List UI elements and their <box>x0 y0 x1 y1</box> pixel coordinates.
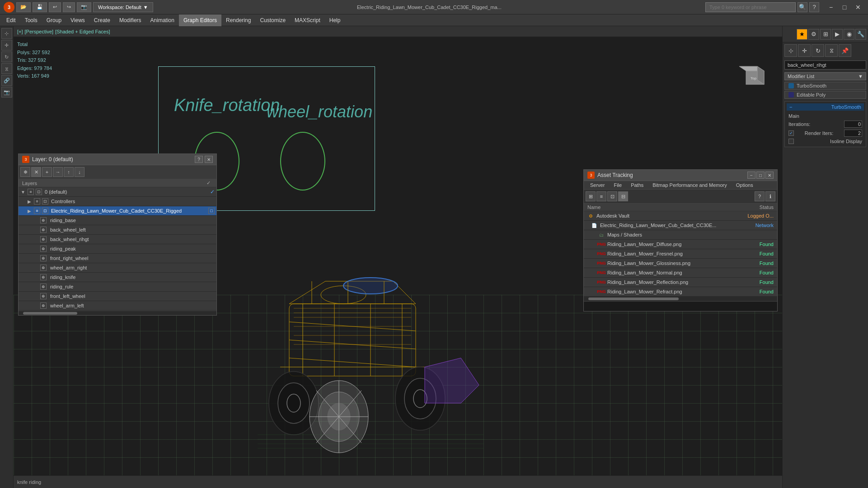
motion-icon[interactable]: ▶ <box>832 29 843 40</box>
asset-row-vault[interactable]: ⚙ Autodesk Vault Logged O... <box>584 211 777 221</box>
render-icon-electric[interactable]: ⊡ <box>42 208 48 214</box>
asset-help-btn[interactable]: ? <box>755 191 765 201</box>
question-icon[interactable]: ? <box>809 2 819 12</box>
layer-row-front-right-wheel[interactable]: ⊕ front_right_wheel <box>19 254 216 263</box>
vis-icon-rr[interactable]: ⊕ <box>40 284 47 290</box>
hierarchy-icon[interactable]: ⊞ <box>820 29 831 40</box>
layer-row-back-wheel-left[interactable]: ⊕ back_wheel_left <box>19 225 216 235</box>
layer-tool-delete[interactable]: ✕ <box>31 167 41 177</box>
menu-graph-editors[interactable]: Graph Editors <box>179 14 221 26</box>
layer-row-riding-knife[interactable]: ⊕ riding_knife <box>19 273 216 282</box>
layer-tool-freeze[interactable]: ❄ <box>20 167 30 177</box>
vis-icon-rp[interactable]: ⊕ <box>40 246 47 252</box>
asset-menu-paths[interactable]: Paths <box>626 181 648 189</box>
menu-edit[interactable]: Edit <box>2 14 20 26</box>
render-iters-checkbox[interactable] <box>788 130 794 136</box>
perspective-cube[interactable]: Top <box>737 64 773 91</box>
modify-icon[interactable]: ⚙ <box>808 29 819 40</box>
layer-row-riding-peak[interactable]: ⊕ riding_peak <box>19 244 216 254</box>
close-button[interactable]: ✕ <box>852 2 864 12</box>
object-name-input[interactable] <box>784 60 866 70</box>
maximize-button[interactable]: □ <box>838 2 851 12</box>
asset-scroll-thumb[interactable] <box>588 297 679 300</box>
rp-pin-tool[interactable]: 📌 <box>839 44 851 57</box>
layer-tool-add[interactable]: + <box>42 167 52 177</box>
vis-icon-0[interactable]: ≡ <box>28 189 34 195</box>
editablepoly-modifier[interactable]: Editable Poly <box>784 91 866 99</box>
vis-icon-war[interactable]: ⊕ <box>40 265 47 271</box>
vis-icon-bwl[interactable]: ⊕ <box>40 227 47 233</box>
workspace-dropdown[interactable]: Workspace: Default ▼ <box>93 2 153 12</box>
asset-scrollbar[interactable] <box>584 297 777 301</box>
menu-customize[interactable]: Customize <box>255 14 290 26</box>
asset-close-btn[interactable]: ✕ <box>765 172 774 179</box>
rotate-tool[interactable]: ↻ <box>1 51 12 62</box>
asset-row-diffuse[interactable]: PNG Riding_Lawn_Mower_Diffuse.png Found <box>584 240 777 249</box>
asset-tool-2[interactable]: ≡ <box>596 191 606 201</box>
menu-rendering[interactable]: Rendering <box>221 14 255 26</box>
layer-scroll-thumb[interactable] <box>23 312 77 315</box>
layer-row-0[interactable]: ▼ ≡ ⊡ 0 (default) ✓ <box>19 187 216 197</box>
layer-tool-move[interactable]: → <box>53 167 63 177</box>
search-icon[interactable]: 🔍 <box>798 2 807 12</box>
link-tool[interactable]: 🔗 <box>1 75 12 86</box>
asset-row-electric-file[interactable]: 📄 Electric_Riding_Lawn_Mower_Cub_Cadet_C… <box>584 221 777 230</box>
layer-help-btn[interactable]: ? <box>195 156 203 163</box>
render-icon-controllers[interactable]: ⊡ <box>42 198 48 204</box>
menu-tools[interactable]: Tools <box>20 14 42 26</box>
asset-row-maps-shaders[interactable]: 🗂 Maps / Shaders <box>584 230 777 240</box>
asset-maximize-btn[interactable]: □ <box>756 172 765 179</box>
layer-row-riding-base[interactable]: ⊕ riding_base <box>19 216 216 225</box>
render-icon-0[interactable]: ⊡ <box>36 189 42 195</box>
layer-tool-down[interactable]: ↓ <box>75 167 84 177</box>
layer-scrollbar[interactable] <box>19 311 216 315</box>
menu-animation[interactable]: Animation <box>146 14 179 26</box>
menu-group[interactable]: Group <box>42 14 66 26</box>
menu-help[interactable]: Help <box>325 14 345 26</box>
vis-icon-electric[interactable]: ≡ <box>34 208 40 214</box>
asset-menu-bitmap[interactable]: Bitmap Performance and Memory <box>648 181 731 189</box>
minimize-button[interactable]: − <box>825 2 837 12</box>
menu-maxscript[interactable]: MAXScript <box>290 14 325 26</box>
select-tool[interactable]: ⊹ <box>1 28 12 39</box>
create-icon[interactable]: ★ <box>797 29 807 40</box>
layer-row-front-left-wheel[interactable]: ⊕ front_left_wheel <box>19 292 216 301</box>
iterations-input[interactable] <box>844 121 862 128</box>
render-iters-input[interactable] <box>844 130 862 137</box>
asset-tool-4[interactable]: ⊟ <box>618 191 628 201</box>
vis-icon-riding-base[interactable]: ⊕ <box>40 217 47 223</box>
layer-close-btn[interactable]: ✕ <box>205 156 213 163</box>
vis-icon-wal[interactable]: ⊕ <box>40 302 47 309</box>
layer-row-wheel-arm-left[interactable]: ⊕ wheel_arm_left <box>19 301 216 311</box>
move-tool[interactable]: ✛ <box>1 40 12 51</box>
titlebar-open-btn[interactable]: 📂 <box>16 2 31 12</box>
asset-row-normal[interactable]: PNG Riding_Lawn_Mower_Normal.png Found <box>584 268 777 278</box>
modifier-list-dropdown[interactable]: Modifier List ▼ <box>784 72 866 80</box>
lock-icon-electric[interactable]: □ <box>208 208 215 214</box>
display-icon[interactable]: ◉ <box>844 29 854 40</box>
layer-tool-up[interactable]: ↑ <box>64 167 74 177</box>
viewport-view-label[interactable]: [Perspective] <box>25 29 54 34</box>
asset-info-btn[interactable]: ℹ <box>765 191 775 201</box>
rp-scale-tool[interactable]: ⧖ <box>825 44 838 57</box>
search-input[interactable] <box>705 2 796 12</box>
vis-icon-controllers[interactable]: ≡ <box>34 198 40 204</box>
asset-tool-1[interactable]: ⊞ <box>586 191 596 201</box>
titlebar-undo-btn[interactable]: ↩ <box>49 2 61 12</box>
asset-menu-options[interactable]: Options <box>732 181 758 189</box>
vis-icon-flw[interactable]: ⊕ <box>40 293 47 299</box>
layer-row-riding-rule[interactable]: ⊕ riding_rule <box>19 282 216 292</box>
asset-row-refract[interactable]: PNG Riding_Lawn_Mower_Refract.png Found <box>584 287 777 297</box>
asset-minimize-btn[interactable]: − <box>747 172 755 179</box>
layer-row-back-wheel-right[interactable]: ⊕ back_wheel_rihgt <box>19 235 216 244</box>
turbosmooth-modifier[interactable]: TurboSmooth <box>784 82 866 90</box>
camera-tool[interactable]: 📷 <box>1 87 12 98</box>
layer-row-controllers[interactable]: ▶ ≡ ⊡ Controllers <box>19 197 216 206</box>
vis-icon-rk[interactable]: ⊕ <box>40 274 47 280</box>
asset-menu-server[interactable]: Server <box>586 181 609 189</box>
asset-row-glossiness[interactable]: PNG Riding_Lawn_Mower_Glossiness.png Fou… <box>584 259 777 268</box>
menu-create[interactable]: Create <box>89 14 115 26</box>
vis-icon-bwr[interactable]: ⊕ <box>40 236 47 242</box>
rp-rotate-tool[interactable]: ↻ <box>812 44 824 57</box>
viewport-plus[interactable]: [+] <box>17 29 23 34</box>
